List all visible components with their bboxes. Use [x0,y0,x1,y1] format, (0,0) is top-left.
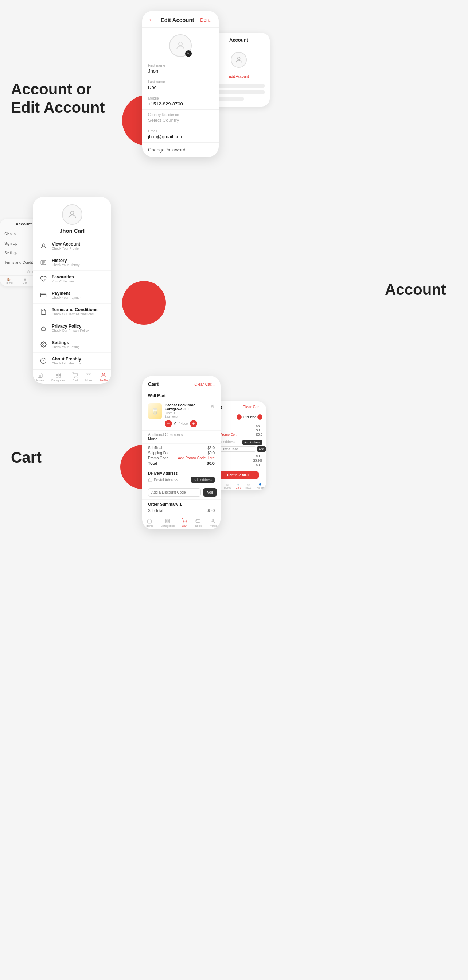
last-name-field[interactable]: Last name Doe [142,77,219,94]
cart-back-qty-decrease[interactable]: − [236,414,242,420]
cart-back-add-address[interactable]: Add Address [243,440,262,445]
cart-back-continue-button[interactable]: Continue $0.0 [217,471,259,479]
menu-item-terms[interactable]: Terms and Conditions Check Our Terms/Con… [33,304,111,320]
shipping-value: $0.0 [208,451,215,455]
done-button[interactable]: Don... [200,17,213,22]
svg-point-13 [43,344,44,345]
svg-rect-20 [56,375,58,377]
nav-cart-label: Cart [73,379,78,382]
delivery-addr-row: Postal Address Add Address [148,477,215,483]
discount-code-input[interactable] [148,488,201,496]
cart-nav-inbox[interactable]: Inbox [194,519,201,528]
cart-back-qty-increase[interactable]: + [257,414,262,420]
cart-back-promo-section: Add [213,446,262,452]
avatar-edit-badge[interactable] [185,50,192,57]
menu-item-privacy[interactable]: Privacy Policy Check Our Privacy Policy [33,320,111,336]
menu-sub-history: Check Your History [52,263,80,267]
qty-unit: /Piece [179,422,188,425]
menu-title-settings: Settings [52,340,80,345]
menu-item-about[interactable]: About Freshly Check Info about us [33,353,111,369]
first-name-field[interactable]: First name Jhon [142,60,219,77]
cart-item-size: Size: 0 [165,411,208,415]
first-name-value: Jhon [148,68,213,75]
cb-nav-inbox[interactable]: ✉Inbox [245,484,252,489]
menu-item-payment[interactable]: Payment Check Your Payment [33,287,111,304]
user-name: Jhon Carl [59,228,84,234]
about-icon [39,356,48,366]
cart-nav-cart[interactable]: Cart [182,519,187,528]
section-label-edit: Account or Edit Account [11,80,105,117]
menu-item-history[interactable]: History Check Your History [33,254,111,271]
nav-cart[interactable]: Cart [72,372,78,382]
cb-sum-val-1: $6.0 [256,424,262,428]
qty-increase-button[interactable]: + [190,420,197,427]
privacy-icon [39,323,48,333]
country-field[interactable]: Country Residence Select Country [142,110,219,126]
nav-categories[interactable]: Categories [51,372,65,382]
cb-sum2-row-2: $3.9% [213,459,262,462]
nav-home[interactable]: Home [36,372,44,382]
email-field[interactable]: Email jhon@gmail.com [142,126,219,143]
cart-nav-cart-label: Cart [182,524,187,528]
svg-point-1 [237,57,240,60]
svg-point-0 [179,42,182,46]
cb-nav-stores[interactable]: ⊞Stores [224,484,231,489]
terms-icon [39,307,48,316]
email-value: jhon@gmail.com [148,134,213,141]
cart-store-name: Wall Mart [142,391,221,400]
nav-profile[interactable]: Profile [100,372,108,382]
svg-point-22 [77,377,77,377]
clear-cart-button[interactable]: Clear Car... [194,382,215,387]
additional-comments-value: None [148,437,215,441]
ab-nav-home[interactable]: 🏠Home [5,278,13,285]
avatar[interactable] [169,34,192,57]
svg-point-3 [42,244,44,246]
section-edit-account: Account or Edit Account ← Edit Account D… [0,0,468,193]
cart-back-clear[interactable]: Clear Car... [243,405,262,409]
qty-decrease-button[interactable]: − [165,420,172,427]
menu-item-favourites[interactable]: Favourites Your Collection [33,271,111,287]
cart-nav-categories[interactable]: Categories [161,519,175,528]
svg-rect-17 [56,373,58,375]
menu-sub-about: Check Info about us [52,361,81,365]
settings-icon [39,340,48,349]
svg-rect-25 [168,519,170,521]
add-address-button[interactable]: Add Address [191,477,215,483]
order-subtotal-value: $0.0 [208,509,215,512]
svg-point-2 [70,211,74,215]
order-summary-label: Order Summary 1 [142,500,221,508]
mobile-label: Mobile [148,96,213,100]
history-icon [39,258,48,267]
cart-nav-inbox-label: Inbox [194,524,201,528]
delivery-label: Delivery Address [148,471,215,476]
nav-inbox-label: Inbox [85,379,93,382]
email-label: Email [148,129,213,133]
cart-item-close-button[interactable]: ✕ [210,403,215,409]
cb-sum-val-2: $0.0 [256,428,262,432]
cart-nav-home[interactable]: Home [146,519,154,528]
menu-sub-terms: Check Our Terms/Conditions [52,312,98,316]
menu-item-settings[interactable]: Settings Check Your Setting [33,336,111,353]
cart-nav-profile[interactable]: Profile [209,519,217,528]
person-icon [39,241,48,251]
cb-nav-profile[interactable]: 👤Profile [257,484,264,489]
mobile-field[interactable]: Mobile +1512-829-8700 [142,94,219,110]
svg-point-23 [102,373,104,375]
ab-nav-cat[interactable]: ⊞Cat [22,278,27,285]
discount-add-button[interactable]: Add [203,488,217,496]
subtotal-value: $6.0 [208,446,215,450]
nav-profile-label: Profile [100,379,108,382]
back-arrow-icon[interactable]: ← [148,16,154,24]
postal-text: Postal Address [154,478,178,482]
nav-inbox[interactable]: Inbox [85,372,93,382]
cb-sum2-val-2: $3.9% [253,459,262,462]
menu-item-view-account[interactable]: View Account Check Your Profile [33,238,111,254]
change-password-button[interactable]: ChangePassword [142,143,219,157]
country-label: Country Residence [148,113,213,117]
cart-back-promo-add[interactable]: Add [257,446,266,452]
mobile-value: +1512-829-8700 [148,101,213,108]
add-promo-link[interactable]: Add Promo Code Here [178,456,215,460]
cb-sum-row-3: Add Promo Co... $0.0 [213,433,262,436]
cb-nav-cart[interactable]: 🛒Cart [236,484,241,489]
cart-back-qty-value: C1:Piece [243,415,256,419]
